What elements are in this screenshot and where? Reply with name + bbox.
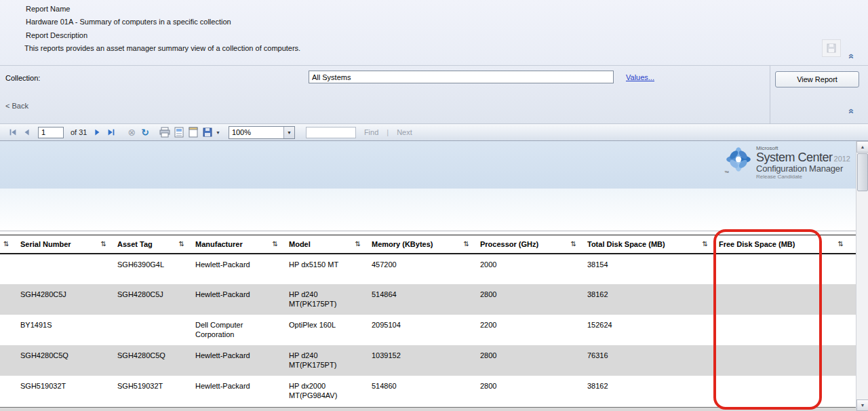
table-cell bbox=[713, 376, 849, 406]
sort-icon[interactable]: ⇅ bbox=[838, 240, 844, 248]
divider bbox=[0, 231, 856, 231]
chevron-down-icon[interactable]: ▼ bbox=[283, 127, 294, 138]
table-row: SGH519032T SGH519032T Hewlett-Packard HP… bbox=[0, 376, 856, 406]
sort-icon[interactable]: ⇅ bbox=[355, 240, 361, 248]
collection-input[interactable] bbox=[309, 71, 614, 83]
table-cell: 2800 bbox=[475, 284, 582, 315]
scroll-up-button[interactable]: ▲ bbox=[856, 141, 868, 153]
previous-page-button[interactable] bbox=[21, 126, 33, 138]
col-header-free-disk: Free Disk Space (MB)⇅ bbox=[713, 235, 849, 254]
report-info-header: Report Name Hardware 01A - Summary of co… bbox=[0, 0, 868, 65]
report-banner-fade bbox=[0, 189, 856, 231]
table-row: SGH6390G4L Hewlett-Packard HP dx5150 MT … bbox=[0, 254, 856, 284]
print-layout-icon[interactable] bbox=[173, 126, 185, 138]
stop-icon[interactable]: ⊗ bbox=[127, 128, 136, 137]
table-cell: SGH4280C5J bbox=[112, 284, 190, 315]
table-cell: Dell Computer Corporation bbox=[190, 315, 283, 345]
table-cell: SGH4280C5Q bbox=[15, 345, 112, 376]
col-header-memory: Memory (KBytes)⇅ bbox=[366, 235, 475, 254]
refresh-icon[interactable]: ↻ bbox=[141, 128, 149, 137]
scroll-down-button[interactable]: ▼ bbox=[856, 399, 868, 411]
export-icon[interactable] bbox=[201, 126, 214, 138]
collapse-header-icon[interactable]: « bbox=[847, 54, 856, 59]
table-cell: SGH6390G4L bbox=[112, 254, 190, 284]
table-cell: 457200 bbox=[366, 254, 475, 284]
col-header-edge-left: ⇅ bbox=[0, 235, 15, 254]
table-row: SGH4280C5J SGH4280C5J Hewlett-Packard HP… bbox=[0, 284, 856, 315]
scroll-up-icon: ▲ bbox=[861, 144, 865, 149]
system-center-logo-icon: ™ bbox=[724, 145, 753, 178]
table-cell: SGH519032T bbox=[112, 376, 190, 406]
table-cell: OptiPlex 160L bbox=[283, 315, 366, 345]
table-cell: 1039152 bbox=[366, 345, 475, 376]
vertical-scrollbar[interactable]: ▲ ▼ bbox=[856, 141, 868, 411]
table-cell: 152624 bbox=[582, 315, 713, 345]
export-dropdown-icon[interactable]: ▼ bbox=[216, 130, 220, 135]
logo-year: 2012 bbox=[834, 155, 850, 163]
last-page-button[interactable] bbox=[105, 126, 117, 138]
table-cell: SGH4280C5Q bbox=[112, 345, 190, 376]
zoom-select[interactable]: 100% ▼ bbox=[229, 126, 295, 139]
report-table: ⇅ Serial Number⇅ Asset Tag⇅ Manufacturer… bbox=[0, 235, 856, 406]
view-report-button[interactable]: View Report bbox=[775, 71, 859, 87]
collapse-parameters-icon[interactable]: « bbox=[847, 109, 856, 114]
col-header-asset-tag: Asset Tag⇅ bbox=[112, 235, 190, 254]
table-cell bbox=[713, 284, 849, 315]
table-cell: SGH4280C5J bbox=[15, 284, 112, 315]
sort-icon[interactable]: ⇅ bbox=[3, 240, 9, 248]
col-header-manufacturer: Manufacturer⇅ bbox=[190, 235, 283, 254]
logo-product: System Center bbox=[756, 151, 833, 164]
table-header-row: ⇅ Serial Number⇅ Asset Tag⇅ Manufacturer… bbox=[0, 235, 856, 254]
first-page-button[interactable] bbox=[7, 126, 19, 138]
table-cell bbox=[15, 254, 112, 284]
table-cell: 514860 bbox=[366, 376, 475, 406]
sort-icon[interactable]: ⇅ bbox=[273, 240, 278, 248]
sort-icon[interactable]: ⇅ bbox=[703, 240, 708, 248]
table-row: BY1491S Dell Computer Corporation OptiPl… bbox=[0, 315, 856, 345]
table-cell bbox=[713, 315, 849, 345]
next-page-button[interactable] bbox=[91, 126, 103, 138]
table-cell: 2095104 bbox=[366, 315, 475, 345]
table-cell: HP dx5150 MT bbox=[283, 254, 366, 284]
table-cell bbox=[713, 345, 849, 376]
table-cell: 76316 bbox=[582, 345, 713, 376]
page-setup-icon[interactable] bbox=[187, 126, 199, 138]
find-button[interactable]: Find bbox=[364, 128, 378, 136]
floppy-disk-icon bbox=[826, 43, 837, 54]
report-viewer-window: Report Name Hardware 01A - Summary of co… bbox=[0, 0, 868, 411]
divider bbox=[770, 66, 770, 124]
table-cell: 2000 bbox=[475, 254, 582, 284]
separator: | bbox=[387, 128, 389, 136]
scrollbar-thumb[interactable] bbox=[857, 153, 868, 191]
logo-edition: Release Candidate bbox=[756, 174, 850, 180]
back-link[interactable]: < Back bbox=[5, 102, 28, 110]
document-icon bbox=[822, 39, 841, 57]
table-cell: Hewlett-Packard bbox=[190, 345, 283, 376]
logo-suite: Configuration Manager bbox=[756, 164, 850, 174]
page-number-input[interactable] bbox=[38, 127, 64, 138]
table-cell: HP d240 MT(PK175PT) bbox=[283, 284, 366, 315]
table-cell: 2800 bbox=[475, 376, 582, 406]
table-cell: 38154 bbox=[582, 254, 713, 284]
col-header-total-disk: Total Disk Space (MB)⇅ bbox=[582, 235, 713, 254]
find-input[interactable] bbox=[306, 127, 356, 138]
col-header-edge-right bbox=[849, 235, 856, 254]
table-cell bbox=[112, 315, 190, 345]
table-cell: 38162 bbox=[582, 376, 713, 406]
trademark-symbol: ™ bbox=[724, 170, 729, 175]
sort-icon[interactable]: ⇅ bbox=[464, 240, 469, 248]
col-header-model: Model⇅ bbox=[283, 235, 366, 254]
find-next-button[interactable]: Next bbox=[397, 128, 412, 136]
report-description-label: Report Description bbox=[26, 31, 87, 39]
parameter-bar: Collection: Values... View Report < Back… bbox=[0, 65, 868, 123]
report-name-value: Hardware 01A - Summary of computers in a… bbox=[26, 18, 231, 26]
logo-text: Microsoft System Center2012 Configuratio… bbox=[756, 145, 850, 180]
print-icon[interactable] bbox=[159, 126, 171, 138]
sort-icon[interactable]: ⇅ bbox=[571, 240, 576, 248]
next-row-partial bbox=[0, 407, 856, 411]
report-toolbar: of 31 ⊗ ↻ ▼ 100% ▼ Find | Next bbox=[0, 123, 868, 141]
values-link[interactable]: Values... bbox=[626, 73, 654, 81]
sort-icon[interactable]: ⇅ bbox=[179, 240, 184, 248]
sort-icon[interactable]: ⇅ bbox=[101, 240, 106, 248]
collection-label: Collection: bbox=[5, 74, 40, 82]
